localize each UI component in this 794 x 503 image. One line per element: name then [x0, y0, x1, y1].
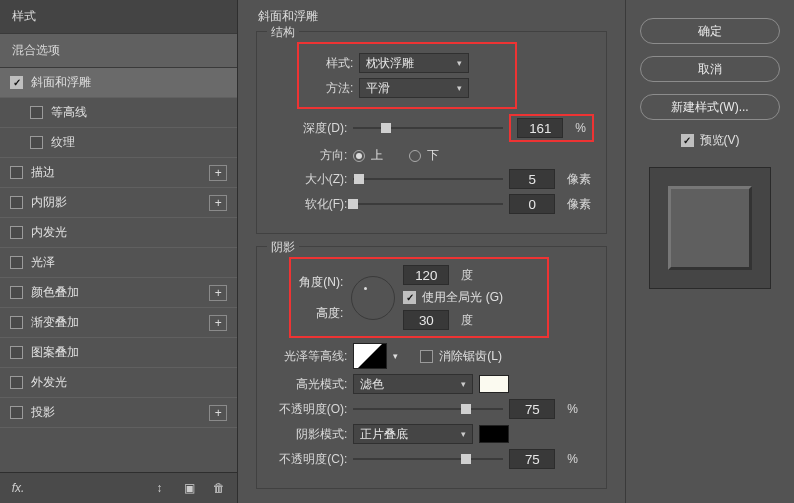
antialias-label: 消除锯齿(L) [439, 348, 502, 365]
sidebar-item-8[interactable]: 渐变叠加+ [0, 308, 237, 338]
direction-up-label: 上 [371, 147, 383, 164]
global-light-checkbox[interactable] [403, 291, 416, 304]
sidebar-checkbox[interactable] [10, 166, 23, 179]
sidebar-item-label: 投影 [31, 404, 55, 421]
sidebar-item-0[interactable]: 斜面和浮雕 [0, 68, 237, 98]
antialias-checkbox[interactable] [420, 350, 433, 363]
sidebar-item-label: 描边 [31, 164, 55, 181]
sidebar-item-10[interactable]: 外发光 [0, 368, 237, 398]
size-label: 大小(Z): [269, 171, 347, 188]
shadow-opacity-slider[interactable] [353, 452, 503, 466]
trash-icon[interactable]: 🗑 [209, 479, 229, 497]
direction-down-label: 下 [427, 147, 439, 164]
sidebar-item-label: 渐变叠加 [31, 314, 79, 331]
gloss-contour-label: 光泽等高线: [269, 348, 347, 365]
shadow-mode-dropdown[interactable]: 正片叠底▾ [353, 424, 473, 444]
sidebar-item-2[interactable]: 纹理 [0, 128, 237, 158]
sidebar-item-4[interactable]: 内阴影+ [0, 188, 237, 218]
shadow-opacity-input[interactable] [509, 449, 555, 469]
sidebar-checkbox[interactable] [10, 76, 23, 89]
global-light-label: 使用全局光 (G) [422, 289, 503, 306]
plus-icon[interactable]: + [209, 405, 227, 421]
highlight-color-swatch[interactable] [479, 375, 509, 393]
preview-box [649, 167, 771, 289]
soften-slider[interactable] [353, 197, 503, 211]
sidebar-item-6[interactable]: 光泽 [0, 248, 237, 278]
angle-input[interactable] [403, 265, 449, 285]
chevron-down-icon[interactable]: ▾ [393, 351, 398, 361]
group-structure-title: 结构 [267, 24, 299, 41]
sidebar-checkbox[interactable] [30, 106, 43, 119]
shadow-opacity-label: 不透明度(C): [269, 451, 347, 468]
sidebar-checkbox[interactable] [10, 406, 23, 419]
sidebar-checkbox[interactable] [10, 196, 23, 209]
depth-unit: % [575, 121, 586, 135]
center-panel: 斜面和浮雕 结构 样式: 枕状浮雕▾ 方法: 平滑▾ 深 [238, 0, 625, 503]
size-input[interactable] [509, 169, 555, 189]
plus-icon[interactable]: + [209, 165, 227, 181]
highlight-opacity-slider[interactable] [353, 402, 503, 416]
sidebar-item-7[interactable]: 颜色叠加+ [0, 278, 237, 308]
sidebar-checkbox[interactable] [10, 316, 23, 329]
depth-input[interactable] [517, 118, 563, 138]
group-structure: 结构 样式: 枕状浮雕▾ 方法: 平滑▾ 深度(D): [256, 31, 607, 234]
gloss-contour-picker[interactable] [353, 343, 387, 369]
sidebar: 样式 混合选项 斜面和浮雕等高线纹理描边+内阴影+内发光光泽颜色叠加+渐变叠加+… [0, 0, 238, 503]
highlight-mode-label: 高光模式: [269, 376, 347, 393]
chevron-down-icon: ▾ [461, 379, 466, 389]
sidebar-checkbox[interactable] [30, 136, 43, 149]
new-style-button[interactable]: 新建样式(W)... [640, 94, 780, 120]
sidebar-item-3[interactable]: 描边+ [0, 158, 237, 188]
method-dropdown[interactable]: 平滑▾ [359, 78, 469, 98]
highlight-opacity-input[interactable] [509, 399, 555, 419]
preview-checkbox[interactable] [681, 134, 694, 147]
highlight-opacity-label: 不透明度(O): [269, 401, 347, 418]
ok-button[interactable]: 确定 [640, 18, 780, 44]
sidebar-checkbox[interactable] [10, 226, 23, 239]
sidebar-checkbox[interactable] [10, 256, 23, 269]
sidebar-item-1[interactable]: 等高线 [0, 98, 237, 128]
arrow-up-down-icon[interactable]: ↕ [149, 479, 169, 497]
shadow-color-swatch[interactable] [479, 425, 509, 443]
depth-slider[interactable] [353, 121, 503, 135]
panel-title: 斜面和浮雕 [258, 8, 607, 25]
style-label: 样式: [307, 55, 353, 72]
angle-dial[interactable] [351, 276, 395, 320]
group-shadow: 阴影 角度(N): 高度: 度 使用 [256, 246, 607, 489]
sidebar-item-9[interactable]: 图案叠加 [0, 338, 237, 368]
method-label: 方法: [307, 80, 353, 97]
direction-label: 方向: [269, 147, 347, 164]
style-dropdown[interactable]: 枕状浮雕▾ [359, 53, 469, 73]
sidebar-header-styles[interactable]: 样式 [0, 0, 237, 34]
direction-up-radio[interactable] [353, 150, 365, 162]
soften-input[interactable] [509, 194, 555, 214]
cancel-button[interactable]: 取消 [640, 56, 780, 82]
highlight-mode-dropdown[interactable]: 滤色▾ [353, 374, 473, 394]
sidebar-checkbox[interactable] [10, 286, 23, 299]
shadow-mode-label: 阴影模式: [269, 426, 347, 443]
sidebar-header-blend[interactable]: 混合选项 [0, 34, 237, 68]
altitude-input[interactable] [403, 310, 449, 330]
angle-unit: 度 [461, 267, 473, 284]
style-value: 枕状浮雕 [366, 55, 414, 72]
soften-unit: 像素 [567, 196, 591, 213]
sidebar-checkbox[interactable] [10, 346, 23, 359]
fx-label[interactable]: fx. [8, 479, 28, 497]
plus-icon[interactable]: + [209, 285, 227, 301]
size-slider[interactable] [353, 172, 503, 186]
plus-icon[interactable]: + [209, 195, 227, 211]
new-icon[interactable]: ▣ [179, 479, 199, 497]
sidebar-checkbox[interactable] [10, 376, 23, 389]
chevron-down-icon: ▾ [457, 83, 462, 93]
sidebar-item-label: 颜色叠加 [31, 284, 79, 301]
plus-icon[interactable]: + [209, 315, 227, 331]
preview-label: 预览(V) [700, 132, 740, 149]
sidebar-item-label: 外发光 [31, 374, 67, 391]
sidebar-item-11[interactable]: 投影+ [0, 398, 237, 428]
direction-down-radio[interactable] [409, 150, 421, 162]
chevron-down-icon: ▾ [457, 58, 462, 68]
chevron-down-icon: ▾ [461, 429, 466, 439]
sidebar-item-5[interactable]: 内发光 [0, 218, 237, 248]
sidebar-item-label: 光泽 [31, 254, 55, 271]
group-shadow-title: 阴影 [267, 239, 299, 256]
